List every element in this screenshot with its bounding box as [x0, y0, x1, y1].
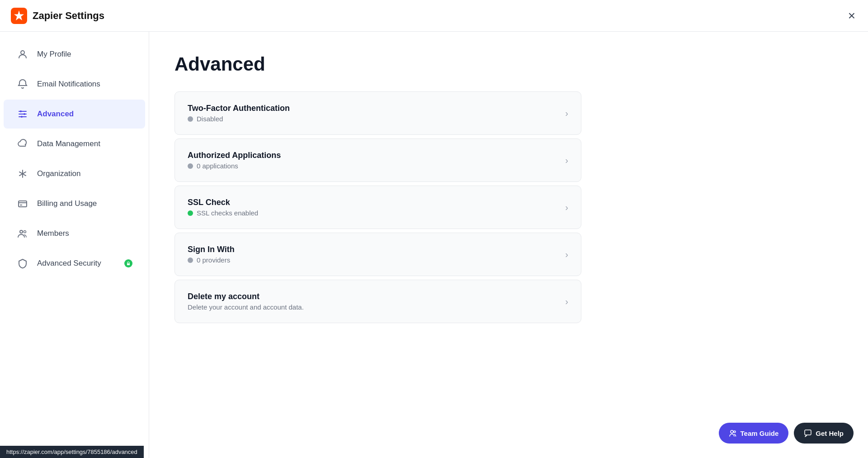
- status-dot-disabled: [188, 116, 193, 122]
- setting-row-title: SSL Check: [188, 198, 258, 207]
- setting-row-sub: Delete your account and account data.: [188, 303, 304, 311]
- sidebar-item-label: Members: [37, 229, 132, 238]
- setting-row-sub-label: SSL checks enabled: [197, 209, 258, 217]
- setting-row-title: Two-Factor Authentication: [188, 104, 290, 113]
- close-button[interactable]: ×: [846, 8, 857, 24]
- svg-point-15: [20, 230, 23, 233]
- main-layout: My Profile Email Notifications: [0, 32, 868, 458]
- sidebar-item-email-notifications[interactable]: Email Notifications: [4, 70, 145, 99]
- status-dot-enabled: [188, 210, 193, 216]
- card-icon: [16, 197, 29, 210]
- setting-row-content: Two-Factor Authentication Disabled: [188, 104, 290, 123]
- svg-point-6: [24, 113, 25, 115]
- svg-rect-14: [20, 205, 22, 205]
- sidebar-item-label: Advanced Security: [37, 259, 116, 268]
- get-help-button[interactable]: Get Help: [794, 423, 854, 444]
- setting-row-two-factor-auth[interactable]: Two-Factor Authentication Disabled ›: [175, 91, 581, 135]
- setting-row-sub: 0 applications: [188, 162, 281, 170]
- sidebar-item-label: Email Notifications: [37, 80, 132, 89]
- get-help-label: Get Help: [816, 429, 844, 437]
- chevron-right-icon: ›: [565, 155, 568, 166]
- sliders-icon: [16, 108, 29, 120]
- sidebar-item-my-profile[interactable]: My Profile: [4, 40, 145, 69]
- sidebar-item-label: My Profile: [37, 50, 132, 59]
- chevron-right-icon: ›: [565, 108, 568, 119]
- bell-icon: [16, 78, 29, 91]
- floating-buttons: Team Guide Get Help: [719, 423, 854, 444]
- chevron-right-icon: ›: [565, 202, 568, 213]
- svg-rect-12: [19, 201, 27, 207]
- setting-row-sub: 0 providers: [188, 256, 235, 264]
- shield-icon: [16, 257, 29, 270]
- team-guide-icon: [729, 429, 737, 437]
- sidebar-item-label: Advanced: [37, 110, 132, 119]
- settings-list: Two-Factor Authentication Disabled › Aut…: [175, 91, 581, 327]
- sidebar-item-advanced-security[interactable]: Advanced Security: [4, 249, 145, 278]
- zapier-logo: [11, 8, 27, 24]
- sidebar-item-organization[interactable]: Organization: [4, 159, 145, 188]
- cloud-icon: [16, 138, 29, 150]
- setting-row-content: SSL Check SSL checks enabled: [188, 198, 258, 217]
- team-guide-label: Team Guide: [741, 429, 779, 437]
- svg-point-1: [21, 51, 24, 54]
- sidebar-item-billing[interactable]: Billing and Usage: [4, 189, 145, 218]
- page-title: Advanced: [175, 53, 843, 75]
- sidebar-item-label: Billing and Usage: [37, 199, 132, 208]
- svg-point-16: [24, 231, 26, 233]
- team-guide-button[interactable]: Team Guide: [719, 423, 789, 444]
- person-icon: [16, 48, 29, 61]
- sidebar-item-advanced[interactable]: Advanced: [4, 100, 145, 129]
- setting-row-sub: Disabled: [188, 115, 290, 123]
- svg-rect-20: [805, 430, 811, 435]
- sidebar: My Profile Email Notifications: [0, 32, 149, 458]
- people-icon: [16, 227, 29, 240]
- chat-icon: [804, 429, 812, 437]
- setting-row-ssl-check[interactable]: SSL Check SSL checks enabled ›: [175, 186, 581, 229]
- status-bar: https://zapier.com/app/settings/7855186/…: [0, 446, 144, 458]
- setting-row-content: Authorized Applications 0 applications: [188, 151, 281, 170]
- setting-row-sub: SSL checks enabled: [188, 209, 258, 217]
- svg-point-5: [20, 110, 22, 112]
- header-title: Zapier Settings: [33, 10, 104, 22]
- svg-point-7: [21, 116, 23, 118]
- app-header: Zapier Settings ×: [0, 0, 868, 32]
- setting-row-authorized-apps[interactable]: Authorized Applications 0 applications ›: [175, 138, 581, 182]
- asterisk-icon: [16, 167, 29, 180]
- setting-row-title: Authorized Applications: [188, 151, 281, 160]
- status-bar-url: https://zapier.com/app/settings/7855186/…: [6, 448, 137, 455]
- sidebar-item-label: Organization: [37, 169, 132, 178]
- lock-badge: [124, 259, 132, 267]
- setting-row-title: Sign In With: [188, 245, 235, 254]
- status-dot-disabled: [188, 163, 193, 169]
- status-dot-disabled: [188, 258, 193, 263]
- sidebar-item-data-management[interactable]: Data Management: [4, 129, 145, 158]
- chevron-right-icon: ›: [565, 249, 568, 260]
- svg-point-19: [734, 431, 736, 433]
- chevron-right-icon: ›: [565, 296, 568, 307]
- svg-point-18: [731, 430, 733, 433]
- main-content: Advanced Two-Factor Authentication Disab…: [149, 32, 868, 458]
- header-left: Zapier Settings: [11, 8, 104, 24]
- setting-row-title: Delete my account: [188, 292, 304, 301]
- setting-row-sub-label: 0 applications: [197, 162, 238, 170]
- sidebar-item-members[interactable]: Members: [4, 219, 145, 248]
- setting-row-sub-label: Disabled: [197, 115, 223, 123]
- setting-row-sub-label: Delete your account and account data.: [188, 303, 304, 311]
- setting-row-content: Delete my account Delete your account an…: [188, 292, 304, 311]
- sidebar-item-label: Data Management: [37, 139, 132, 148]
- setting-row-sub-label: 0 providers: [197, 256, 230, 264]
- setting-row-content: Sign In With 0 providers: [188, 245, 235, 264]
- setting-row-sign-in-with[interactable]: Sign In With 0 providers ›: [175, 233, 581, 276]
- svg-rect-17: [127, 263, 130, 265]
- setting-row-delete-account[interactable]: Delete my account Delete your account an…: [175, 280, 581, 323]
